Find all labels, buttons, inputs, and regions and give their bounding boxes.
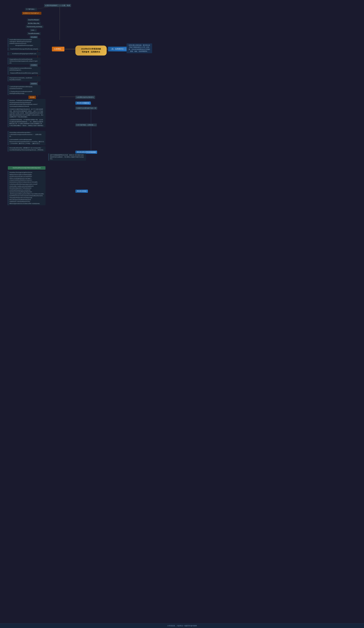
analysis-text-1: 今年的作文主题非常贴近考生的生活，给了不 生很大的发挥空间，很长与日常生活密切的… xyxy=(8,108,46,119)
opening-item-5: Itisagreatpleasureformetohavethiswonde r… xyxy=(8,58,41,65)
no-real-name-node: C.不要写真名： xyxy=(25,8,37,11)
top-format-node: a.英语书信的格式：——公函、私函 xyxy=(44,4,71,7)
year-2011-jan-node: 2011年1月四级作文 xyxy=(75,101,91,105)
how-should-node: HowShouldParentsHelpChildrentoBelndepend… xyxy=(8,166,46,170)
closing-item-2: 2.Thankyouforyourconsiderationandwillb e… xyxy=(8,90,41,95)
bottom-bar: 大学英语四、六级考试一假题写作备考资料 xyxy=(0,624,364,628)
b-key-phrases-node: b.应用性当的句式和语句 xyxy=(75,96,95,99)
connector-lines xyxy=(0,0,364,628)
point-2-node: 2.为了孩子独立，父母应该...... xyxy=(75,124,97,126)
intro-text-dec: 这样子的模板能够帮助无法完成、或者企业 语言话能力比较强的同学进行起教组织，只需… xyxy=(48,154,86,161)
year-2011-jan-2-node: 2011年1月作文 xyxy=(75,190,88,193)
mr-mrs-node: Mr./Mrs./Miss./Ms. xyxy=(27,22,41,25)
quality-node: Thequalityofindependenceisindispensab le… xyxy=(8,196,46,205)
opening-item-2: Itissogreattoherefrromyouagain. xyxy=(8,44,41,47)
personally-node: Personally,Ibelievethat...(我的解决方 法).Cons… xyxy=(8,146,46,152)
love-node: Love.... xyxy=(30,29,37,32)
right-info-node: 应用文重点考察信函，要求考生按照这个框架给相关人士写一封信函，并在信中的情景这点… xyxy=(126,43,152,53)
year-2011-dec-node: 2011年12月大学英语四级真题 xyxy=(75,151,97,154)
yours-sincerely-node: Yoursincerely,yourstru|ly. xyxy=(26,25,44,28)
outline-1-node: 1.目前不少父母为孩子包办一切 xyxy=(75,107,97,110)
analysis-text-2: 从具体操作的角度来说，对于最初较为薄弱的 考生，这次的作文题目是比较简单容易操作… xyxy=(8,118,46,127)
opening-item-4: Itrustthateverythingisgoingsmoothlyfor y… xyxy=(8,52,41,55)
key-phrases-node: 应用类作文书信关键句式： xyxy=(22,12,41,15)
opening-item-3: Ihopethisletterfindsyougoodhealthandg oo… xyxy=(8,47,41,51)
middle-item-2: Ihopeyouwillfindacolorwardlformetosu ggi… xyxy=(8,72,41,75)
middle-item-3: I/myexperience,itseemstha...wouldmake it… xyxy=(8,76,41,81)
nowadays-node: Nowadays,thereisagrowingphenolversuc hap… xyxy=(8,171,46,184)
central-main-node: 2015年6月大学英语四级 写作备考：应用类作文 xyxy=(75,46,107,56)
attention-node: 注意事项： xyxy=(52,47,64,51)
practice-node: 实练题 xyxy=(28,96,36,99)
middle-item-1: Inmyhumblopinion,youwouldbewisetota keth… xyxy=(8,67,41,72)
dear-sir-madam-node: DearSirorMadam xyxy=(27,18,40,21)
your-affectionately-node: Youraffectionately. xyxy=(27,32,41,35)
confronted-node: ConfrontedwithA,weShouldfindpeoplefe ffe… xyxy=(8,138,46,145)
closing-item-1: 1.Iamlookingforwardtoafavorablereplyaty … xyxy=(8,85,41,90)
closing-header: 结尾用语 xyxy=(30,82,38,85)
inrecentdays-node: Inrecentdays,wehavetofaceaproblem--- A,w… xyxy=(8,131,46,138)
mind-map: a.英语书信的格式：——公函、私函 2015年6月大学英语四级 写作备考：应用类… xyxy=(0,0,364,628)
middle-header: 中间用语 xyxy=(30,64,38,67)
